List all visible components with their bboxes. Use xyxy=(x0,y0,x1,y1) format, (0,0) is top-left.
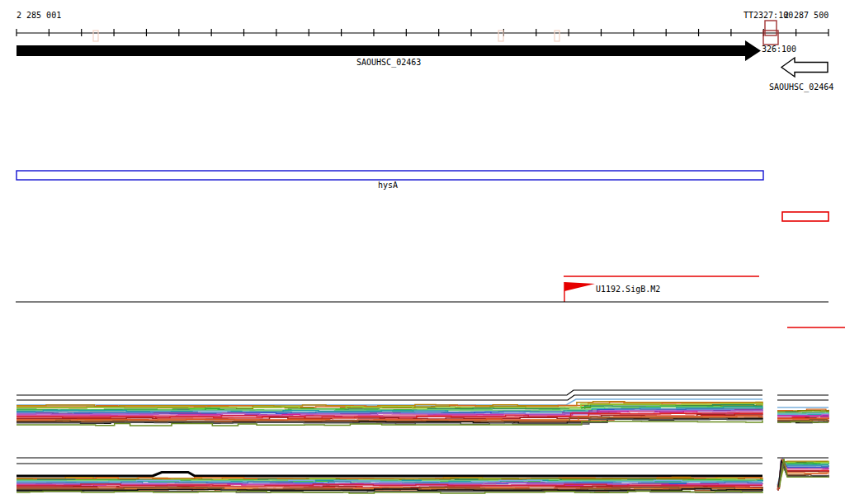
red-feature-box[interactable] xyxy=(782,212,828,221)
coverage-line xyxy=(17,390,762,395)
hysa-feature-box[interactable] xyxy=(17,171,763,180)
gene-reverse-label: SAOUHSC_02464 xyxy=(769,82,833,92)
hysa-label: hysA xyxy=(378,181,398,191)
tss-flag-icon[interactable] xyxy=(564,282,595,291)
ruler-faint-mark xyxy=(498,31,503,41)
coverage-line xyxy=(777,414,828,415)
gene-reverse-arrow[interactable] xyxy=(781,58,828,77)
feature-label-tt2326-partial: 326:100 xyxy=(762,45,796,54)
ruler-faint-mark xyxy=(93,31,98,41)
ruler-faint-marks xyxy=(93,31,559,41)
genome-browser-window: 2 285 001 TT2327:100 2 287 500 326:100 S… xyxy=(0,0,845,504)
browser-canvas xyxy=(0,0,845,504)
ruler-start-coordinate: 2 285 001 xyxy=(17,11,61,21)
ruler-faint-mark xyxy=(555,31,559,41)
gene-forward-label: SAOUHSC_02463 xyxy=(356,58,421,68)
tss-label: U1192.SigB.M2 xyxy=(596,285,660,294)
coverage-panel-1[interactable] xyxy=(17,390,828,426)
coverage-line xyxy=(17,473,762,477)
coverage-panel-2[interactable] xyxy=(17,458,828,493)
ruler-end-coordinate: 2 287 500 xyxy=(784,11,828,21)
